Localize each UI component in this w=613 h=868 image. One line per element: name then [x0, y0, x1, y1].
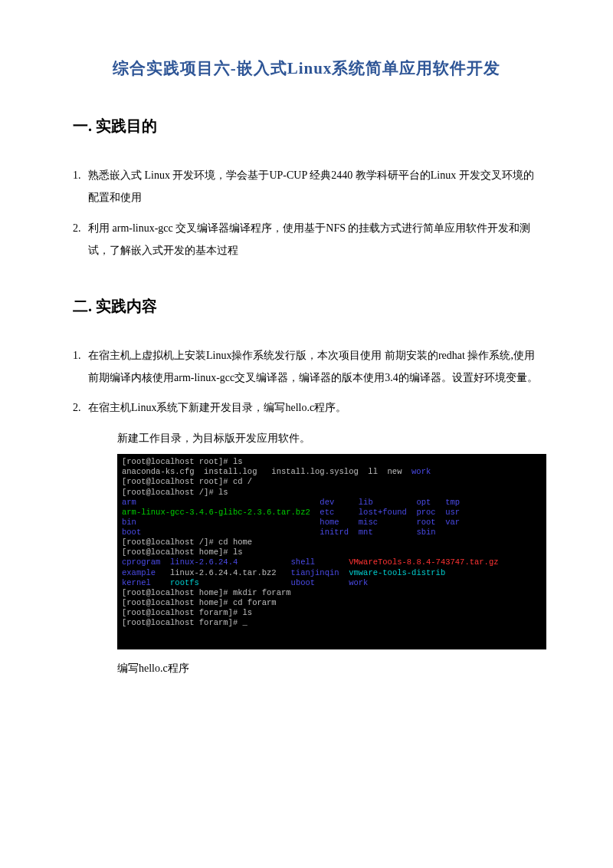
- term-dir: tmp: [445, 498, 460, 507]
- list-item: 2. 在宿主机Linux系统下新建开发目录，编写hello.c程序。: [73, 396, 540, 419]
- term-dir: usr: [445, 508, 460, 517]
- term-line: [root@localhost home]# mkdir forarm: [122, 588, 291, 597]
- section-purpose: 一. 实践目的 1. 熟悉嵌入式 Linux 开发环境，学会基于UP-CUP 经…: [73, 116, 540, 262]
- heading-purpose: 一. 实践目的: [73, 116, 540, 136]
- term-dir: root: [416, 518, 435, 527]
- term-dir: shell: [291, 557, 316, 567]
- term-file: arm-linux-gcc-3.4.6-glibc-2.3.6.tar.bz2: [122, 508, 310, 517]
- term-dir: home: [320, 518, 339, 527]
- term-line: anaconda-ks.cfg install.log install.log.…: [122, 467, 411, 476]
- term-link: vmware-tools-distrib: [349, 568, 445, 577]
- section-content: 二. 实践内容 1. 在宿主机上虚拟机上安装Linux操作系统发行版，本次项目使…: [73, 296, 540, 680]
- term-dir: work: [349, 578, 368, 587]
- sub-text-hello: 编写hello.c程序: [117, 657, 540, 679]
- list-item: 2. 利用 arm-linux-gcc 交叉编译器编译程序，使用基于NFS 的挂…: [73, 217, 540, 262]
- term-dir: tianjinqin: [291, 568, 339, 577]
- term-line: [root@localhost forarm]#: [122, 618, 243, 627]
- sub-text-mkdir: 新建工作目录，为目标版开发应用软件。: [117, 427, 540, 449]
- term-dir: opt: [416, 498, 431, 507]
- term-line: [root@localhost home]# cd forarm: [122, 598, 277, 607]
- list-text: 利用 arm-linux-gcc 交叉编译器编译程序，使用基于NFS 的挂载方式…: [88, 217, 540, 262]
- term-dir: lost+found: [359, 508, 407, 517]
- term-dir: lib: [359, 498, 373, 507]
- term-line: [root@localhost /]# cd home: [122, 538, 252, 547]
- term-dir: proc: [416, 508, 435, 517]
- term-dir: var: [445, 518, 460, 527]
- term-dir: linux-2.6.24.4: [170, 557, 238, 567]
- term-dir: cprogram: [122, 557, 160, 567]
- list-text: 在宿主机上虚拟机上安装Linux操作系统发行版，本次项目使用 前期安装的redh…: [88, 344, 540, 390]
- term-link: rootfs: [170, 578, 199, 587]
- term-line: [root@localhost forarm]# ls: [122, 608, 252, 617]
- term-dir: etc: [320, 508, 334, 517]
- term-line: [root@localhost root]# cd /: [122, 477, 252, 486]
- list-number: 2.: [73, 217, 88, 262]
- list-text: 在宿主机Linux系统下新建开发目录，编写hello.c程序。: [88, 396, 540, 419]
- term-file: linux-2.6.24.4.tar.bz2: [170, 568, 277, 577]
- term-dir: uboot: [291, 578, 316, 587]
- term-line: [root@localhost home]# ls: [122, 547, 243, 557]
- term-dir: example: [122, 568, 156, 577]
- cursor-icon: _: [243, 618, 247, 627]
- list-item: 1. 在宿主机上虚拟机上安装Linux操作系统发行版，本次项目使用 前期安装的r…: [73, 344, 540, 390]
- term-dir: sbin: [416, 528, 435, 537]
- term-dir: bin: [122, 518, 136, 527]
- page-title: 综合实践项目六-嵌入式Linux系统简单应用软件开发: [73, 58, 540, 79]
- list-item: 1. 熟悉嵌入式 Linux 开发环境，学会基于UP-CUP 经典2440 教学…: [73, 164, 540, 209]
- term-dir: work: [411, 467, 431, 476]
- term-dir: initrd: [320, 528, 349, 537]
- heading-content: 二. 实践内容: [73, 296, 540, 317]
- list-number: 2.: [73, 396, 88, 419]
- term-line: [root@localhost /]# ls: [122, 488, 228, 497]
- term-dir: mnt: [359, 528, 373, 537]
- list-text: 熟悉嵌入式 Linux 开发环境，学会基于UP-CUP 经典2440 教学科研平…: [88, 164, 540, 209]
- term-dir: boot: [122, 528, 141, 537]
- term-dir: misc: [359, 518, 378, 527]
- term-dir: dev: [320, 498, 334, 507]
- list-number: 1.: [73, 344, 88, 390]
- term-dir: kernel: [122, 578, 151, 587]
- term-archive: VMwareTools-8.8.4-743747.tar.gz: [349, 557, 498, 567]
- term-dir: arm: [122, 498, 136, 507]
- terminal-screenshot: [root@localhost root]# ls anaconda-ks.cf…: [117, 454, 546, 649]
- term-line: [root@localhost root]# ls: [122, 457, 243, 466]
- list-number: 1.: [73, 164, 88, 209]
